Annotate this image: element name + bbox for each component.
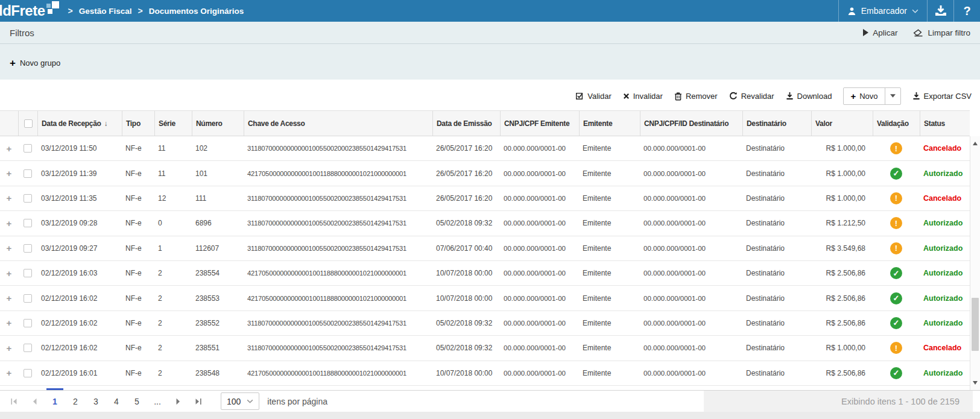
- row-checkbox[interactable]: [24, 244, 32, 253]
- logo-text: ldFrete: [0, 1, 45, 21]
- cell-valor: R$ 1.212,50: [811, 211, 873, 235]
- pager-prev-button[interactable]: [24, 391, 45, 412]
- download-button[interactable]: Download: [786, 92, 832, 101]
- cell-validacao: ✓: [873, 261, 920, 285]
- header-cnpj-destinatario[interactable]: CNPJ/CPF/ID Destinatário: [640, 111, 742, 136]
- page-size-select[interactable]: 100: [221, 392, 259, 410]
- table-row: + 03/12/2019 11:35 NF-e 12 111 311807000…: [0, 186, 970, 211]
- header-valor[interactable]: Valor: [811, 111, 873, 136]
- expand-row-icon[interactable]: +: [7, 344, 12, 353]
- invalidate-label: Invalidar: [633, 92, 663, 101]
- new-group-button[interactable]: + Novo grupo: [10, 58, 60, 68]
- cell-destinatario: Destinatário: [742, 336, 811, 360]
- cell-expand: +: [0, 361, 18, 385]
- cell-numero: 101: [192, 161, 244, 185]
- header-tipo[interactable]: Tipo: [122, 111, 154, 136]
- expand-row-icon[interactable]: +: [7, 194, 12, 203]
- scrollbar-thumb[interactable]: [972, 298, 979, 351]
- cell-data-recepcao: 03/12/2019 11:35: [37, 186, 122, 210]
- cell-numero: 238548: [192, 361, 244, 385]
- apply-filters-button[interactable]: Aplicar: [862, 28, 897, 37]
- row-checkbox[interactable]: [24, 369, 32, 377]
- cell-status: Cancelado: [920, 336, 970, 360]
- scroll-up-icon[interactable]: [970, 139, 980, 148]
- app-logo[interactable]: ldFrete: [0, 1, 60, 21]
- expand-row-icon[interactable]: +: [7, 244, 12, 253]
- validation-icon: !: [890, 217, 902, 229]
- user-menu[interactable]: Embarcador: [838, 0, 927, 22]
- pager-page-3[interactable]: 3: [86, 391, 106, 412]
- header-numero[interactable]: Número: [192, 111, 244, 136]
- help-button[interactable]: ?: [953, 0, 980, 22]
- filters-header: Filtros Aplicar Limpar filtro: [0, 22, 980, 44]
- pager-page-5[interactable]: 5: [127, 391, 147, 412]
- cell-data-emissao: 10/07/2018 00:00: [432, 361, 500, 385]
- header-chave-acesso[interactable]: Chave de Acesso: [244, 111, 432, 136]
- expand-row-icon[interactable]: +: [7, 294, 12, 303]
- pager-ellipsis[interactable]: ...: [147, 391, 168, 412]
- cell-status: Autorizado: [920, 311, 970, 335]
- row-checkbox[interactable]: [24, 219, 32, 227]
- row-checkbox[interactable]: [24, 269, 32, 277]
- row-checkbox[interactable]: [24, 169, 32, 178]
- cell-status: Cancelado: [920, 136, 970, 160]
- cell-tipo: NF-e: [122, 361, 154, 385]
- header-status[interactable]: Status: [920, 111, 970, 136]
- cell-valor: R$ 1.000,00: [811, 136, 873, 160]
- clear-filters-button[interactable]: Limpar filtro: [913, 28, 970, 37]
- pager-next-button[interactable]: [168, 391, 188, 412]
- validation-icon: ✓: [890, 317, 902, 329]
- scroll-down-icon[interactable]: [970, 378, 980, 388]
- expand-row-icon[interactable]: +: [7, 269, 12, 278]
- row-checkbox[interactable]: [24, 319, 32, 327]
- vertical-scrollbar[interactable]: [970, 136, 980, 390]
- expand-row-icon[interactable]: +: [7, 219, 12, 228]
- cell-expand: +: [0, 311, 18, 335]
- pager-page-4[interactable]: 4: [106, 391, 127, 412]
- row-checkbox[interactable]: [24, 144, 32, 153]
- export-csv-button[interactable]: Exportar CSV: [912, 92, 972, 101]
- cell-serie: 11: [154, 136, 192, 160]
- new-dropdown-toggle[interactable]: [885, 88, 900, 104]
- header-serie[interactable]: Série: [154, 111, 192, 136]
- pager-first-button[interactable]: [4, 391, 24, 412]
- header-emitente[interactable]: Emitente: [579, 111, 640, 136]
- expand-row-icon[interactable]: +: [7, 144, 12, 153]
- remove-button[interactable]: Remover: [674, 92, 718, 101]
- header-cnpj-emitente[interactable]: CNPJ/CPF Emitente: [500, 111, 579, 136]
- header-select-all[interactable]: [18, 111, 37, 136]
- row-checkbox[interactable]: [24, 294, 32, 303]
- select-all-checkbox[interactable]: [24, 119, 33, 128]
- download-nav-button[interactable]: [927, 0, 953, 22]
- header-validacao[interactable]: Validação: [873, 111, 920, 136]
- validation-icon: !: [890, 242, 902, 254]
- expand-row-icon[interactable]: +: [7, 169, 12, 178]
- cell-chave-acesso: 3118070000000000010055002000238550142941…: [244, 311, 432, 335]
- cell-expand: +: [0, 336, 18, 360]
- expand-row-icon[interactable]: +: [7, 368, 12, 377]
- cell-checkbox: [18, 286, 37, 310]
- header-destinatario[interactable]: Destinatário: [742, 111, 811, 136]
- header-data-emissao[interactable]: Data de Emissão: [432, 111, 500, 136]
- breadcrumb-gestao-fiscal[interactable]: Gestão Fiscal: [79, 7, 132, 16]
- table-row: + 02/12/2019 16:02 NF-e 2 238553 4217050…: [0, 286, 970, 310]
- cell-data-emissao: 05/02/2018 09:32: [432, 311, 500, 335]
- validate-button[interactable]: Validar: [575, 92, 612, 101]
- cell-numero: 238551: [192, 336, 244, 360]
- cell-data-emissao: 07/06/2017 00:40: [432, 236, 500, 260]
- pager-last-button[interactable]: [188, 391, 209, 412]
- revalidate-button[interactable]: Revalidar: [729, 92, 774, 101]
- expand-row-icon[interactable]: +: [7, 318, 12, 327]
- header-data-recepcao[interactable]: Data de Recepção↓: [37, 111, 122, 136]
- invalidate-button[interactable]: Invalidar: [623, 92, 663, 101]
- pager-page-1[interactable]: 1: [45, 391, 65, 412]
- pager-page-2[interactable]: 2: [65, 391, 86, 412]
- breadcrumb-documentos-originarios[interactable]: Documentos Originários: [149, 7, 244, 16]
- play-icon: [862, 29, 868, 36]
- new-button[interactable]: + Novo: [844, 88, 885, 104]
- cell-serie: 0: [154, 211, 192, 235]
- row-checkbox[interactable]: [24, 344, 32, 352]
- row-checkbox[interactable]: [24, 194, 32, 203]
- cell-valor: R$ 1.000,00: [811, 186, 873, 210]
- cell-validacao: !: [873, 211, 920, 235]
